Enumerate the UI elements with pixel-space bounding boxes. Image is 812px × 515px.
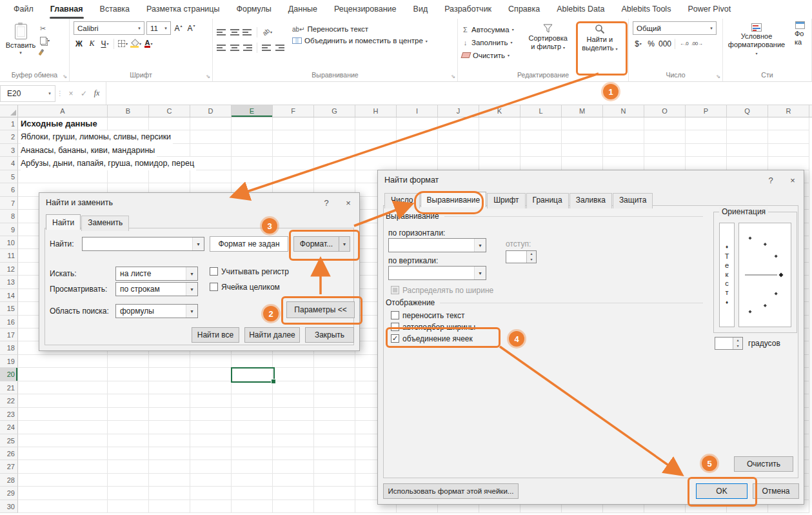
fill-color-button[interactable]: ▾ (130, 37, 141, 50)
row-header-3[interactable]: 3 (0, 144, 18, 157)
format-button[interactable]: Формат... ▾ (293, 236, 350, 252)
grid-cell[interactable] (644, 157, 686, 170)
grid-cell[interactable] (108, 460, 149, 473)
grid-cell[interactable] (149, 170, 190, 183)
ribbon-tab-Ablebits Data[interactable]: Ablebits Data (548, 0, 613, 19)
ribbon-tab-Главная[interactable]: Главная (42, 0, 92, 19)
grid-cell[interactable] (314, 368, 355, 381)
grid-cell[interactable] (232, 447, 273, 460)
find-value-combo[interactable]: ▾ (82, 237, 204, 251)
shrink-to-fit-checkbox[interactable]: автоподбор ширины (391, 322, 475, 332)
confirm-entry-icon[interactable]: ✓ (77, 89, 90, 98)
chevron-down-icon[interactable]: ▾ (474, 239, 486, 252)
row-header-24[interactable]: 24 (0, 421, 18, 434)
grid-cell[interactable] (273, 447, 314, 460)
grid-cell[interactable] (314, 130, 355, 143)
align-middle-icon[interactable] (230, 28, 239, 36)
align-left-icon[interactable] (217, 44, 226, 52)
grid-cell[interactable] (314, 487, 355, 500)
grid-cell[interactable] (273, 434, 314, 447)
grid-cell[interactable] (232, 474, 273, 487)
format-tab-Защита[interactable]: Защита (613, 193, 653, 208)
column-header-E[interactable]: E (232, 105, 273, 117)
grid-cell[interactable] (190, 474, 232, 487)
grid-cell[interactable] (314, 144, 355, 157)
row-header-30[interactable]: 30 (0, 500, 18, 513)
cancel-entry-icon[interactable]: × (64, 89, 77, 98)
chevron-down-icon[interactable]: ▾ (186, 267, 197, 280)
name-box[interactable]: E20 ▾ (0, 85, 55, 102)
format-as-table-button[interactable]: Фо ка (795, 21, 812, 46)
grid-cell[interactable] (273, 408, 314, 421)
format-tab-Выравнивание[interactable]: Выравнивание (421, 192, 487, 207)
spinner-arrows[interactable]: ▴▾ (526, 251, 536, 263)
grid-cell[interactable] (149, 368, 190, 381)
grid-cell[interactable] (232, 487, 273, 500)
grid-cell[interactable] (355, 130, 397, 143)
grid-cell[interactable] (190, 408, 232, 421)
grid-cell[interactable] (314, 408, 355, 421)
row-header-27[interactable]: 27 (0, 460, 18, 473)
chevron-down-icon[interactable]: ▾ (45, 91, 55, 96)
grid-cell[interactable] (686, 157, 727, 170)
grid-cell[interactable] (727, 157, 768, 170)
grid-cell[interactable] (273, 487, 314, 500)
row-header-14[interactable]: 14 (0, 289, 18, 302)
grid-cell[interactable] (644, 144, 686, 157)
grid-cell[interactable] (314, 355, 355, 368)
ribbon-tab-Файл[interactable]: Файл (5, 0, 42, 19)
row-header-11[interactable]: 11 (0, 249, 18, 262)
grid-cell[interactable] (438, 144, 479, 157)
find-next-button[interactable]: Найти далее (244, 327, 300, 343)
underline-button[interactable]: Ч▾ (99, 37, 110, 50)
column-header-P[interactable]: P (686, 105, 727, 117)
grid-cell[interactable] (149, 474, 190, 487)
grid-cell[interactable] (190, 394, 232, 407)
grid-cell[interactable] (479, 144, 520, 157)
grid-cell[interactable] (314, 474, 355, 487)
grid-cell[interactable] (562, 144, 603, 157)
fill-button[interactable]: ↓Заполнить▾ (462, 37, 521, 48)
grid-cell[interactable] (438, 117, 479, 130)
grid-cell[interactable] (18, 408, 108, 421)
grid-cell[interactable] (18, 460, 108, 473)
grid-cell[interactable] (149, 487, 190, 500)
column-header-M[interactable]: M (562, 105, 603, 117)
grid-cell[interactable] (108, 434, 149, 447)
font-color-button[interactable]: А▾ (143, 37, 154, 50)
grid-cell[interactable] (397, 157, 438, 170)
cut-icon[interactable]: ✂ (40, 25, 50, 33)
grid-cell[interactable] (273, 500, 314, 513)
tri-down-icon[interactable]: ▾ (733, 343, 742, 349)
grid-cell[interactable] (273, 355, 314, 368)
chevron-down-icon[interactable]: ▾ (192, 237, 204, 250)
grid-cell[interactable] (149, 408, 190, 421)
degrees-spinner[interactable]: ▴▾ (715, 337, 743, 350)
tri-up-icon[interactable]: ▴ (733, 338, 742, 343)
grid-cell[interactable] (190, 381, 232, 394)
grid-cell[interactable] (232, 355, 273, 368)
italic-button[interactable]: К (86, 37, 97, 50)
grid-cell[interactable] (18, 368, 108, 381)
dialog-launcher-icon[interactable]: ⇘ (451, 74, 455, 79)
grid-cell[interactable] (314, 394, 355, 407)
grid-cell[interactable] (149, 394, 190, 407)
dialog-launcher-icon[interactable]: ⇘ (206, 74, 210, 79)
grid-cell[interactable] (232, 381, 273, 394)
row-header-18[interactable]: 18 (0, 341, 18, 354)
grid-cell[interactable] (190, 460, 232, 473)
grid-cell[interactable] (18, 381, 108, 394)
merge-cells-checkbox[interactable]: ✓ объединение ячеек (391, 334, 473, 343)
decrease-decimal-button[interactable]: .00→ (691, 37, 702, 50)
spinner-arrows[interactable]: ▴▾ (733, 338, 742, 349)
grid-cell[interactable] (727, 144, 768, 157)
search-by-combo[interactable]: по строкам ▾ (115, 282, 198, 296)
grid-cell[interactable] (273, 394, 314, 407)
grid-cell[interactable] (108, 408, 149, 421)
grid-cell[interactable] (355, 144, 397, 157)
grid-cell[interactable] (686, 117, 727, 130)
grid-cell[interactable] (727, 130, 768, 143)
grid-cell[interactable] (149, 500, 190, 513)
grid-cell[interactable] (355, 157, 397, 170)
copy-icon[interactable]: ▾ (40, 36, 50, 45)
